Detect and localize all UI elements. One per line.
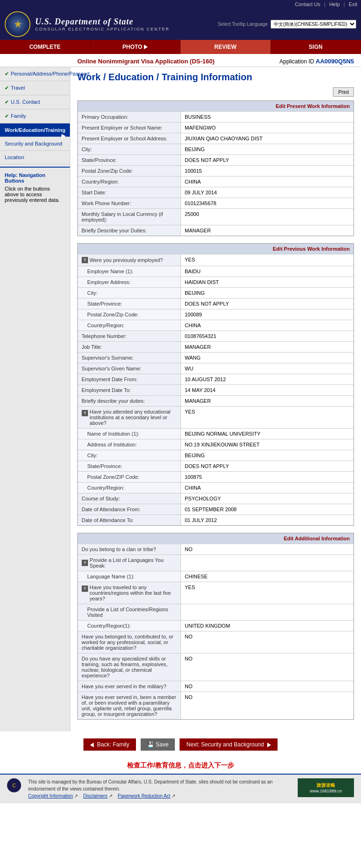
field-value — [181, 604, 353, 620]
field-label: Employment Date From: — [78, 374, 181, 384]
next-button[interactable]: Next: Security and Background — [180, 738, 278, 751]
table-row: Date of Attendance From: 01 SEPTEMBER 20… — [78, 504, 353, 515]
photo-arrow-icon — [144, 45, 148, 49]
table-row: Supervisor's Given Name: WU — [78, 363, 353, 374]
tab-photo[interactable]: PHOTO — [90, 40, 181, 54]
tab-sign[interactable]: SIGN — [271, 40, 361, 54]
sidebar-item-location[interactable]: Location — [0, 151, 70, 164]
question-icon: ? — [82, 410, 88, 416]
field-value: MANAGER — [181, 396, 353, 406]
sidebar-item-work[interactable]: Work/Education/Training ▶ — [0, 123, 70, 137]
field-value: CHINA — [181, 177, 353, 187]
field-value: 09 JULY 2014 — [181, 187, 353, 198]
sidebar-item-family[interactable]: ✔Family — [0, 109, 70, 123]
field-value: JIUXIAN QIAO CHAOYANG DIST — [181, 133, 353, 144]
agency-title: U.S. Department of State — [35, 17, 170, 27]
field-value: BEIJING NORMAL UNIVERSITY — [181, 429, 353, 439]
table-row: Present Employer or School Name: MAFENGW… — [78, 122, 353, 133]
table-row: Work Phone Number: 01012345678 — [78, 198, 353, 208]
prev-employed-label: Were you previously employed? — [90, 257, 163, 263]
sidebar-item-personal[interactable]: ✔Personal/Address/Phone/Passport — [0, 67, 70, 81]
field-value: 01 JULY 2012 — [181, 515, 353, 525]
sidebar-item-us-contact[interactable]: ✔U.S. Contact — [0, 95, 70, 109]
application-title: Online Nonimmigrant Visa Application (DS… — [77, 58, 215, 65]
field-label: ? Provide a List of Languages You Speak: — [78, 555, 181, 571]
field-value: YES — [181, 582, 353, 604]
exit-link[interactable]: Exit — [349, 1, 357, 7]
next-arrow-icon — [267, 743, 271, 747]
edit-previous-work-link[interactable]: Edit Previous Work Information — [273, 246, 350, 252]
field-value: UNITED KINGDOM — [181, 621, 353, 631]
field-value: MANAGER — [181, 225, 353, 236]
field-value: YES — [181, 254, 353, 266]
field-value: MAFENGWO — [181, 123, 353, 133]
copyright-link[interactable]: Copyright Information — [28, 793, 73, 799]
field-label: Postal Zone/ZIP Code: — [78, 472, 181, 482]
field-value: DOES NOT APPLY — [181, 461, 353, 471]
field-label: State/Province: — [78, 299, 181, 309]
field-label: Primary Occupation: — [78, 112, 181, 122]
table-row: Telephone Number: 01087654321 — [78, 330, 353, 341]
field-value: MANAGER — [181, 342, 353, 352]
field-label: ? Have you traveled to any countries/reg… — [78, 582, 181, 604]
paperwork-link[interactable]: Paperwork Reduction Act — [118, 793, 170, 799]
disclaimers-link[interactable]: Disclaimers — [83, 793, 108, 799]
table-row: Country/Region(1): UNITED KINGDOM — [78, 620, 353, 631]
table-row: Language Name (1): CHINESE — [78, 571, 353, 582]
header-text: U.S. Department of State CONSULAR ELECTR… — [35, 17, 170, 31]
app-id-label: Application ID — [279, 58, 314, 65]
bottom-nav: Back: Family 💾 Save Next: Security and B… — [0, 731, 361, 758]
field-value: BEIJING — [181, 144, 353, 154]
field-value — [181, 555, 353, 571]
table-row: Supervisor's Surname: WANG — [78, 352, 353, 363]
field-value: NO.19 XINJIEKOUWAI STREET — [181, 439, 353, 450]
back-button[interactable]: Back: Family — [83, 738, 136, 751]
table-row: State/Province: DOES NOT APPLY — [78, 298, 353, 309]
contact-link[interactable]: Contact Us — [295, 1, 320, 7]
field-label: Course of Study: — [78, 493, 181, 504]
seal-logo: ★ — [5, 11, 30, 37]
help-link[interactable]: Help — [329, 1, 340, 7]
field-label: Have you belonged to, contributed to, or… — [78, 631, 181, 653]
field-label: City: — [78, 144, 181, 154]
field-label: ? Have you attended any educational inst… — [78, 407, 181, 428]
table-row: Postal Zone/ZIP Code: 100875 — [78, 471, 353, 482]
tab-review[interactable]: REVIEW — [180, 40, 271, 54]
previous-work-header: Edit Previous Work Information — [78, 244, 353, 254]
field-value: 01 SEPTEMBER 2008 — [181, 504, 353, 515]
field-label: Country/Region: — [78, 483, 181, 493]
table-row: Date of Attendance To: 01 JULY 2012 — [78, 515, 353, 525]
field-label: Supervisor's Given Name: — [78, 363, 181, 374]
field-label: Employment Date To: — [78, 385, 181, 395]
sidebar-item-security[interactable]: Security and Background — [0, 137, 70, 151]
field-label: Date of Attendance From: — [78, 504, 181, 515]
tooltip-language-select[interactable]: 中文(简体)(CHINESE-SIMPLIFIED) — [271, 20, 356, 29]
table-row: Postal Zone/Zip Code: 100015 — [78, 165, 353, 176]
field-label: Country/Region: — [78, 320, 181, 330]
check-icon-personal: ✔ — [5, 71, 9, 77]
field-label: City: — [78, 288, 181, 298]
check-icon-family: ✔ — [5, 113, 9, 119]
field-label: City: — [78, 450, 181, 461]
field-label: ? Were you previously employed? — [78, 254, 181, 266]
tab-complete[interactable]: COMPLETE — [0, 40, 90, 54]
edit-additional-link[interactable]: Edit Additional Information — [284, 536, 350, 541]
field-value: WU — [181, 363, 353, 374]
edit-present-work-link[interactable]: Edit Present Work Information — [276, 103, 350, 109]
question-icon: ? — [82, 257, 88, 263]
table-row: State/Province: DOES NOT APPLY — [78, 154, 353, 165]
table-row: Primary Occupation: BUSINESS — [78, 111, 353, 122]
table-row: Do you have any specialized skills or tr… — [78, 653, 353, 681]
table-row: Postal Zone/Zip Code: 100089 — [78, 309, 353, 320]
field-label: Country/Region: — [78, 177, 181, 187]
save-button[interactable]: 💾 Save — [141, 738, 175, 751]
back-arrow-icon — [90, 743, 94, 747]
field-label: Provide a List of Countries/Regions Visi… — [78, 604, 181, 620]
check-icon-travel: ✔ — [5, 85, 9, 91]
print-button[interactable]: Print — [333, 87, 354, 97]
sidebar-item-travel[interactable]: ✔Travel — [0, 81, 70, 95]
field-value: PSYCHOLOGY — [181, 493, 353, 504]
field-label: Employer Name (1): — [78, 266, 181, 277]
field-value: 100015 — [181, 166, 353, 176]
question-icon: ? — [82, 560, 88, 566]
